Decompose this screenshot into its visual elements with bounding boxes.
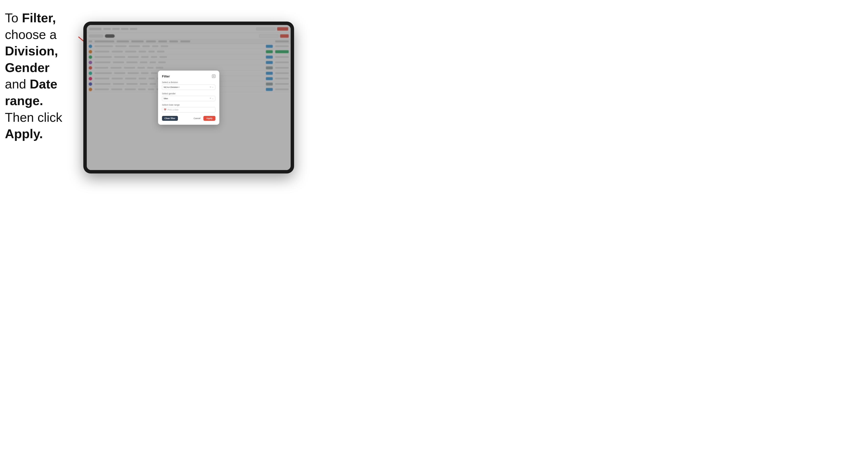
date-placeholder: Pick a date bbox=[167, 108, 179, 111]
select-icons: ✕ ⌄ bbox=[210, 97, 214, 99]
instruction-line1: To Filter, choose a bbox=[5, 11, 57, 42]
date-range-field: Select Date range 📅 Pick a date bbox=[162, 104, 215, 113]
modal-footer: Clear filter Cancel Apply bbox=[162, 116, 215, 121]
instruction-bold2: Division, Gender bbox=[5, 44, 58, 75]
gender-select-value: Men bbox=[164, 97, 168, 100]
chevron-icon: ⌄ bbox=[212, 97, 214, 99]
clear-icon: ✕ bbox=[210, 97, 211, 99]
clear-filter-button[interactable]: Clear filter bbox=[162, 116, 178, 121]
division-field: Select a division NCAA Division I ✕ ⌄ bbox=[162, 81, 215, 90]
division-label: Select a division bbox=[162, 81, 215, 84]
modal-title: Filter bbox=[162, 74, 170, 78]
instruction-line4: Then click Apply. bbox=[5, 110, 62, 141]
clear-icon: ✕ bbox=[210, 86, 211, 88]
bold-date: Date range. bbox=[5, 77, 57, 108]
filter-modal: Filter × Select a division NCAA Division… bbox=[158, 70, 219, 125]
calendar-icon: 📅 bbox=[164, 108, 166, 111]
chevron-icon: ⌄ bbox=[212, 86, 214, 88]
division-select-value: NCAA Division I bbox=[164, 86, 179, 89]
gender-select[interactable]: Men ✕ ⌄ bbox=[162, 96, 215, 101]
gender-label: Select gender bbox=[162, 92, 215, 95]
instruction-line3: and Date range. bbox=[5, 77, 57, 108]
bold-apply: Apply. bbox=[5, 127, 43, 141]
modal-header: Filter × bbox=[162, 74, 215, 78]
date-range-input[interactable]: 📅 Pick a date bbox=[162, 107, 215, 113]
date-range-label: Select Date range bbox=[162, 104, 215, 106]
cancel-button[interactable]: Cancel bbox=[192, 116, 202, 121]
footer-right-buttons: Cancel Apply bbox=[192, 116, 215, 121]
tablet-screen: Filter × Select a division NCAA Division… bbox=[87, 25, 291, 170]
bold-filter: Filter, bbox=[22, 11, 56, 25]
gender-field: Select gender Men ✕ ⌄ bbox=[162, 92, 215, 101]
division-select[interactable]: NCAA Division I ✕ ⌄ bbox=[162, 85, 215, 90]
modal-close-button[interactable]: × bbox=[212, 74, 215, 78]
select-icons: ✕ ⌄ bbox=[210, 86, 214, 88]
tablet-frame: Filter × Select a division NCAA Division… bbox=[83, 22, 294, 174]
apply-button[interactable]: Apply bbox=[204, 116, 215, 121]
instruction-text: To Filter, choose a Division, Gender and… bbox=[5, 10, 76, 142]
modal-overlay: Filter × Select a division NCAA Division… bbox=[87, 25, 291, 170]
